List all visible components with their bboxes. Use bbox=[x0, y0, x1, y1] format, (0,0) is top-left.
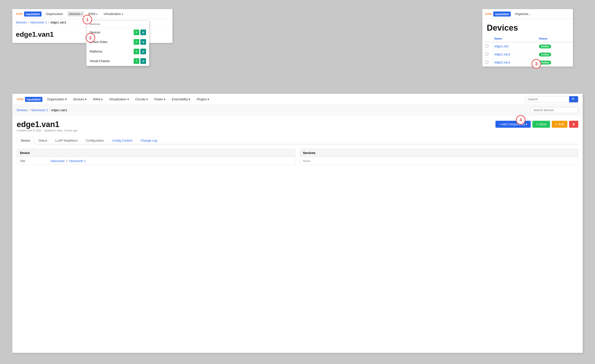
dropdown-virtual-chassis-item[interactable]: Virtual Chassis + ⊕ bbox=[86, 56, 149, 66]
nav-virtualization[interactable]: Virtualization bbox=[102, 11, 125, 16]
nav-organization-right[interactable]: Organizat… bbox=[513, 11, 533, 16]
top-right-navbar: >>> nautobot Organizat… bbox=[482, 9, 573, 19]
logo[interactable]: >>> nautobot bbox=[16, 12, 42, 16]
add-components-button[interactable]: + Add Components ▾ bbox=[496, 121, 531, 128]
nav-main-extensibility[interactable]: Extensibility ▾ bbox=[170, 97, 192, 102]
site-link-vancouver[interactable]: Vancouver bbox=[50, 159, 65, 163]
delete-button[interactable]: 🗑 bbox=[569, 121, 578, 128]
dropdown-add-devices[interactable]: + bbox=[134, 29, 139, 35]
nav-main-devices[interactable]: Devices ▾ bbox=[71, 97, 88, 102]
dropdown-add-platforms[interactable]: + bbox=[134, 49, 139, 54]
main-breadcrumb: Devices / Vancouver 1 / edge1.van1 bbox=[12, 105, 583, 116]
device-card-header: Device bbox=[17, 149, 295, 157]
logo-main[interactable]: >>> nautobot bbox=[17, 97, 42, 102]
dropdown-section-header: Devices bbox=[86, 21, 149, 28]
devices-dropdown-menu: Devices Devices + ⊕ Device Roles + ⊕ Pla… bbox=[86, 21, 149, 66]
main-search-box: 🔍 bbox=[525, 96, 578, 103]
top-left-navbar: >>> nautobot Organization Devices IPAM V… bbox=[12, 9, 172, 19]
dropdown-devices-item[interactable]: Devices + ⊕ bbox=[86, 28, 149, 37]
detail-label-site: Site bbox=[20, 159, 50, 163]
tab-configuration[interactable]: Configuration bbox=[82, 137, 108, 144]
table-row: edge2.van1 Active bbox=[482, 58, 573, 66]
breadcrumb-vancouver1[interactable]: Vancouver 1 bbox=[30, 21, 47, 24]
nav-main-plugins[interactable]: Plugins ▾ bbox=[195, 97, 211, 102]
detail-grid: Device Site Vancouver / Vancouver 1 Serv… bbox=[17, 149, 578, 165]
row-checkbox-1[interactable] bbox=[485, 44, 488, 47]
row-checkbox-3[interactable] bbox=[485, 61, 488, 63]
dropdown-device-roles-item[interactable]: Device Roles + ⊕ bbox=[86, 37, 149, 47]
site-link-vancouver1[interactable]: Vancouver 1 bbox=[69, 159, 86, 163]
nav-main-power[interactable]: Power ▾ bbox=[153, 97, 167, 102]
main-content: edge1.van1 Created June 8, 2021 · Update… bbox=[12, 116, 583, 353]
main-search-input[interactable] bbox=[526, 96, 569, 102]
dropdown-actions-device-roles: + ⊕ bbox=[134, 39, 146, 45]
nav-main-ipam[interactable]: IPAM ▾ bbox=[91, 97, 104, 102]
step-2-circle: 2 bbox=[86, 33, 95, 42]
main-breadcrumb-vancouver1[interactable]: Vancouver 1 bbox=[31, 108, 48, 112]
detail-value-site: Vancouver / Vancouver 1 bbox=[50, 159, 86, 163]
col-checkbox bbox=[482, 35, 491, 42]
logo-text-right: nautobot bbox=[493, 12, 511, 16]
dropdown-add-virtual-chassis[interactable]: + bbox=[134, 58, 139, 64]
device-link-ott1[interactable]: edge1.ott1 bbox=[494, 44, 509, 48]
logo-text: nautobot bbox=[24, 12, 42, 16]
dropdown-add-device-roles[interactable]: + bbox=[134, 39, 139, 45]
main-title-block: edge1.van1 Created June 8, 2021 · Update… bbox=[17, 120, 78, 135]
device-link-van2[interactable]: edge2.van1 bbox=[494, 61, 510, 64]
detail-row-services: None bbox=[300, 157, 578, 165]
tab-device[interactable]: Device bbox=[17, 137, 34, 144]
page-title-top-left: edge1.van1 bbox=[16, 30, 54, 38]
main-actions: + Add Components ▾ + Clone ✏ Edit 🗑 bbox=[496, 121, 578, 128]
tab-change-log[interactable]: Change Log bbox=[136, 137, 161, 144]
nav-main-virtualization[interactable]: Virtualization ▾ bbox=[107, 97, 131, 102]
logo-arrows-icon: >>> bbox=[16, 12, 23, 16]
table-row: edge1.van1 Active bbox=[482, 50, 573, 58]
tab-status[interactable]: Status bbox=[34, 137, 51, 144]
devices-heading: Devices bbox=[482, 19, 573, 35]
breadcrumb-devices[interactable]: Devices bbox=[16, 21, 27, 24]
nav-main-organization[interactable]: Organization ▾ bbox=[45, 97, 68, 102]
services-card-header: Services bbox=[300, 149, 578, 157]
dropdown-actions-devices: + ⊕ bbox=[134, 29, 146, 35]
services-detail-card: Services None bbox=[300, 149, 578, 165]
col-status: Status bbox=[536, 35, 573, 42]
main-breadcrumb-current: edge1.van1 bbox=[51, 108, 67, 112]
created-info: Created June 8, 2021 · Updated 2 days, 2… bbox=[17, 129, 78, 132]
main-breadcrumb-devices[interactable]: Devices bbox=[17, 108, 28, 112]
dropdown-actions-virtual-chassis: + ⊕ bbox=[134, 58, 146, 64]
main-search-button[interactable]: 🔍 bbox=[569, 96, 578, 102]
device-detail-card: Device Site Vancouver / Vancouver 1 bbox=[17, 149, 295, 165]
devices-table: Name Status edge1.ott1 Active edge1.van1… bbox=[482, 35, 573, 66]
dropdown-actions-platforms: + ⊕ bbox=[134, 49, 146, 54]
logo-right[interactable]: >>> nautobot bbox=[485, 12, 511, 16]
nav-organization[interactable]: Organization bbox=[44, 11, 65, 16]
dropdown-list-device-roles[interactable]: ⊕ bbox=[140, 39, 146, 45]
tabs-bar: Device Status LLDP Neighbors Configurati… bbox=[17, 137, 578, 144]
main-navbar: >>> nautobot Organization ▾ Devices ▾ IP… bbox=[12, 94, 583, 105]
clone-button[interactable]: + Clone bbox=[532, 121, 550, 128]
breadcrumb-current: edge1.van1 bbox=[50, 21, 66, 24]
logo-arrows-icon-main: >>> bbox=[17, 97, 24, 102]
logo-text-main: nautobot bbox=[25, 97, 42, 102]
dropdown-label-virtual-chassis: Virtual Chassis bbox=[90, 59, 110, 63]
search-devices-input[interactable] bbox=[531, 107, 578, 113]
main-page-title: edge1.van1 bbox=[17, 120, 78, 129]
logo-arrows-icon-right: >>> bbox=[485, 12, 492, 16]
main-breadcrumb-right bbox=[531, 107, 578, 113]
tab-lldp-neighbors[interactable]: LLDP Neighbors bbox=[51, 137, 82, 144]
dropdown-list-devices[interactable]: ⊕ bbox=[140, 29, 146, 35]
device-link-van1[interactable]: edge1.van1 bbox=[494, 53, 510, 56]
status-badge-1: Active bbox=[539, 44, 551, 49]
dropdown-label-platforms: Platforms bbox=[90, 50, 102, 53]
row-checkbox-2[interactable] bbox=[485, 53, 488, 55]
table-row: edge1.ott1 Active bbox=[482, 42, 573, 50]
dropdown-list-virtual-chassis[interactable]: ⊕ bbox=[140, 58, 146, 64]
status-badge-2: Active bbox=[539, 53, 551, 56]
tab-config-context[interactable]: Config Context bbox=[108, 137, 136, 144]
edit-button[interactable]: ✏ Edit bbox=[552, 121, 567, 128]
nav-devices[interactable]: Devices bbox=[67, 11, 84, 16]
dropdown-platforms-item[interactable]: Platforms + ⊕ bbox=[86, 47, 149, 56]
nav-main-circuits[interactable]: Circuits ▾ bbox=[134, 97, 150, 102]
dropdown-list-platforms[interactable]: ⊕ bbox=[140, 49, 146, 54]
detail-row-site: Site Vancouver / Vancouver 1 bbox=[17, 157, 295, 165]
